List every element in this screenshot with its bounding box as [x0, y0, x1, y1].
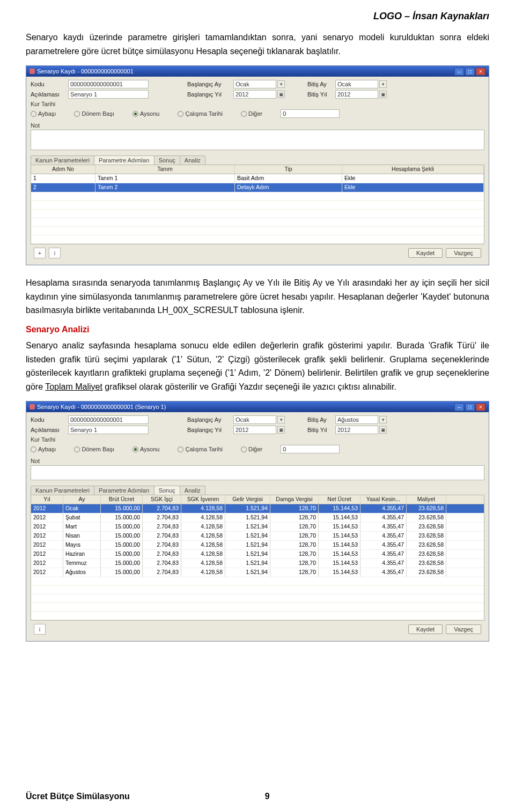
table-row[interactable]: 2012Ağustos15.000,002.704,834.128,581.52…: [31, 568, 484, 577]
radio-donem-basi[interactable]: Dönem Başı: [74, 110, 114, 117]
footer-title: Ücret Bütçe Simülasyonu: [26, 792, 130, 801]
chevron-down-icon[interactable]: ▾: [379, 80, 387, 88]
spinner-icon[interactable]: ▣: [277, 91, 285, 98]
table-row[interactable]: 2012Ocak15.000,002.704,834.128,581.521,9…: [31, 504, 484, 513]
baslangic-yil-input[interactable]: 2012: [233, 426, 276, 434]
radio-aysonu[interactable]: Aysonu: [133, 446, 160, 452]
table-row[interactable]: 2012Mayıs15.000,002.704,834.128,581.521,…: [31, 541, 484, 550]
tab-parametre-adimlari[interactable]: Parametre Adımları: [94, 486, 154, 495]
radio-donem-label: Dönem Başı: [82, 110, 114, 117]
kodu-label: Kodu: [31, 81, 65, 87]
minimize-button[interactable]: –: [454, 403, 464, 411]
radio-donem-basi[interactable]: Dönem Başı: [74, 446, 114, 452]
window-icon: [30, 69, 35, 74]
tabs: Kanun Parametreleri Parametre Adımları S…: [31, 486, 484, 495]
col-header: SGK İşveren: [181, 495, 225, 504]
aciklamasi-input[interactable]: Senaryo 1: [68, 90, 149, 99]
baslangic-yil-input[interactable]: 2012: [233, 90, 276, 99]
info-icon[interactable]: i: [34, 624, 46, 635]
radio-calisma[interactable]: Çalışma Tarihi: [178, 110, 223, 117]
tab-parametre-adimlari[interactable]: Parametre Adımları: [94, 155, 154, 165]
col-tanim: Tanım: [95, 165, 235, 174]
col-header: Brüt Ücret: [101, 495, 143, 504]
deger-input[interactable]: 0: [281, 109, 340, 118]
chevron-down-icon[interactable]: ▾: [277, 416, 285, 423]
maximize-button[interactable]: □: [465, 68, 475, 76]
tab-sonuc[interactable]: Sonuç: [154, 155, 180, 165]
add-icon[interactable]: +: [34, 248, 46, 258]
col-tip: Tip: [235, 165, 342, 174]
table-row[interactable]: 2012Haziran15.000,002.704,834.128,581.52…: [31, 550, 484, 559]
baslangic-ay-select[interactable]: Ocak: [233, 415, 276, 424]
vazgec-button[interactable]: Vazgeç: [446, 624, 481, 634]
table-row[interactable]: 1Tanım 1Basit AdımEkle: [31, 174, 484, 183]
col-header: Ay: [63, 495, 101, 504]
bitis-yil-input[interactable]: 2012: [335, 90, 378, 99]
spinner-icon[interactable]: ▣: [379, 426, 387, 434]
table-row[interactable]: 2012Mart15.000,002.704,834.128,581.521,9…: [31, 523, 484, 532]
kaydet-button[interactable]: Kaydet: [408, 624, 443, 634]
vazgec-button[interactable]: Vazgeç: [446, 248, 481, 258]
page-header-brand: LOGO – İnsan Kaynakları: [26, 11, 489, 22]
window-title: Senaryo Kaydı - 0000000000000001 (Senary…: [37, 404, 454, 410]
radio-aybasi-label: Aybaşı: [38, 446, 56, 452]
bitis-ay-select[interactable]: Ocak: [335, 80, 378, 88]
not-textarea[interactable]: [31, 130, 484, 150]
grid-adimlar: Adım No Tanım Tip Hesaplama Şekli 1Tanım…: [31, 165, 484, 244]
close-button[interactable]: ×: [476, 403, 485, 411]
radio-diger[interactable]: Diğer: [241, 446, 262, 452]
tab-kanun[interactable]: Kanun Parametreleri: [31, 486, 94, 495]
kaydet-button[interactable]: Kaydet: [408, 248, 443, 258]
col-adim-no: Adım No: [31, 165, 95, 174]
tab-kanun[interactable]: Kanun Parametreleri: [31, 155, 94, 165]
kodu-label: Kodu: [31, 416, 65, 423]
radio-aybasi[interactable]: Aybaşı: [31, 446, 56, 452]
col-header: Maliyet: [407, 495, 446, 504]
table-row[interactable]: 2012Nisan15.000,002.704,834.128,581.521,…: [31, 532, 484, 541]
maximize-button[interactable]: □: [465, 403, 475, 411]
close-button[interactable]: ×: [476, 68, 485, 76]
spinner-icon[interactable]: ▣: [379, 91, 387, 98]
info-icon[interactable]: i: [49, 248, 61, 258]
tab-sonuc[interactable]: Sonuç: [154, 486, 180, 495]
window-senaryo-2: Senaryo Kaydı - 0000000000000001 (Senary…: [26, 401, 489, 642]
kodu-input[interactable]: 0000000000000001: [68, 415, 149, 424]
minimize-button[interactable]: –: [454, 68, 464, 76]
aciklamasi-input[interactable]: Senaryo 1: [68, 426, 149, 434]
bitis-yil-label: Bitiş Yıl: [307, 427, 332, 433]
bitis-yil-input[interactable]: 2012: [335, 426, 378, 434]
col-header: Gelir Vergisi: [225, 495, 270, 504]
radio-calisma[interactable]: Çalışma Tarihi: [178, 446, 223, 452]
window-icon: [30, 404, 35, 409]
baslangic-ay-label: Başlangıç Ay: [187, 81, 230, 87]
tab-analiz[interactable]: Analiz: [180, 155, 205, 165]
not-label: Not: [31, 458, 484, 464]
baslangic-ay-select[interactable]: Ocak: [233, 80, 276, 88]
radio-aysonu[interactable]: Aysonu: [133, 110, 160, 117]
kodu-input[interactable]: 0000000000000001: [68, 80, 149, 88]
not-textarea[interactable]: [31, 465, 484, 480]
chevron-down-icon[interactable]: ▾: [277, 80, 285, 88]
radio-aybasi-label: Aybaşı: [38, 110, 56, 117]
bitis-ay-select[interactable]: Ağustos: [335, 415, 378, 424]
window-senaryo-1: Senaryo Kaydı - 0000000000000001 – □ × K…: [26, 65, 489, 265]
tabs: Kanun Parametreleri Parametre Adımları S…: [31, 155, 484, 165]
deger-input[interactable]: 0: [281, 445, 340, 453]
titlebar: Senaryo Kaydı - 0000000000000001 (Senary…: [26, 401, 489, 412]
tab-analiz[interactable]: Analiz: [180, 486, 205, 495]
baslangic-yil-label: Başlangıç Yıl: [187, 427, 230, 433]
col-header: Net Ücret: [319, 495, 360, 504]
spinner-icon[interactable]: ▣: [277, 426, 285, 434]
paragraph-1: Senaryo kaydı üzerinde parametre girişle…: [26, 31, 489, 58]
col-hesaplama: Hesaplama Şekli: [342, 165, 484, 174]
bitis-ay-label: Bitiş Ay: [307, 416, 332, 423]
chevron-down-icon[interactable]: ▾: [379, 416, 387, 423]
table-row[interactable]: 2012Temmuz15.000,002.704,834.128,581.521…: [31, 559, 484, 568]
table-row[interactable]: 2012Şubat15.000,002.704,834.128,581.521,…: [31, 513, 484, 523]
radio-aybasi[interactable]: Aybaşı: [31, 110, 56, 117]
para3-b: grafiksel olarak gösterilir ve Grafiği Y…: [102, 382, 396, 391]
radio-diger[interactable]: Diğer: [241, 110, 262, 117]
kur-tarihi-label: Kur Tarihi: [31, 436, 484, 443]
table-row[interactable]: 2Tanım 2Detaylı AdımEkle: [31, 183, 484, 192]
radio-calisma-label: Çalışma Tarihi: [185, 446, 223, 452]
